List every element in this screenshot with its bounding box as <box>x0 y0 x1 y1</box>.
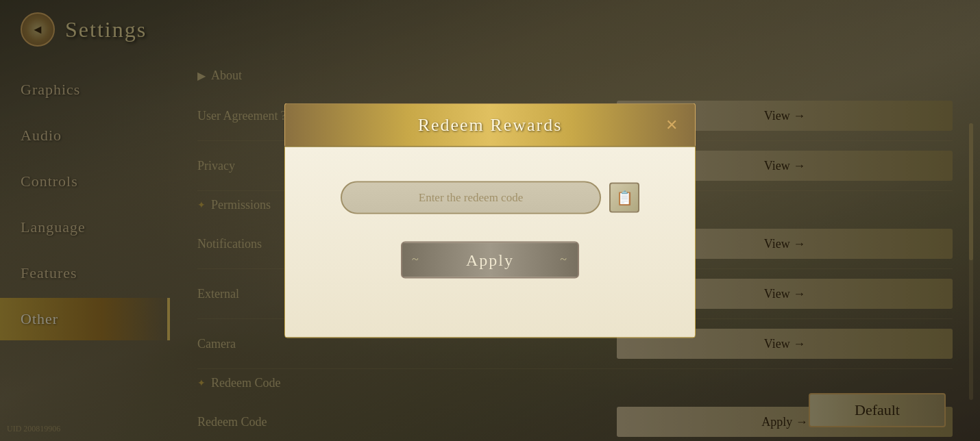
clipboard-icon: 📋 <box>616 190 633 206</box>
modal-header: Redeem Rewards ✕ <box>284 103 696 147</box>
modal-apply-label: Apply <box>466 251 514 268</box>
redeem-rewards-modal: Redeem Rewards ✕ 📋 Apply <box>284 103 696 338</box>
modal-body: 📋 Apply <box>284 147 696 338</box>
modal-apply-button[interactable]: Apply <box>401 242 579 279</box>
modal-title: Redeem Rewards <box>418 115 563 135</box>
clipboard-button[interactable]: 📋 <box>609 183 639 213</box>
redeem-code-input[interactable] <box>341 181 601 214</box>
close-icon: ✕ <box>665 116 678 134</box>
modal-close-button[interactable]: ✕ <box>659 113 684 138</box>
code-input-row: 📋 <box>313 181 667 214</box>
